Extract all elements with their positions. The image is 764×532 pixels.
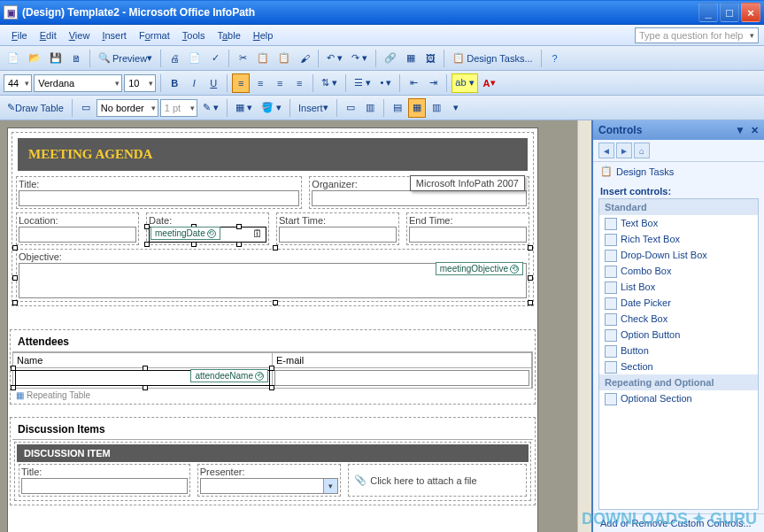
open-button[interactable]: 📂	[25, 49, 44, 68]
ctrl-rich-text-box[interactable]: Rich Text Box	[599, 231, 758, 247]
ctrl-list-box[interactable]: List Box	[599, 279, 758, 295]
nav-forward-button[interactable]: ►	[616, 143, 632, 158]
repeating-table-hint[interactable]: ▦ Repeating Table	[12, 389, 533, 402]
calendar-icon[interactable]: 🗓	[252, 227, 263, 240]
add-remove-controls-link[interactable]: Add or Remove Custom Controls...	[593, 513, 764, 532]
line-spacing-button[interactable]: ⇅ ▾	[318, 73, 341, 93]
spellcheck-button[interactable]: ✓	[206, 49, 224, 68]
ctrl-optional-section[interactable]: Optional Section	[599, 390, 758, 406]
presenter-select[interactable]: ▾	[200, 478, 338, 494]
align-middle-button[interactable]: ▦	[408, 98, 426, 118]
toolbar-options-button[interactable]: ▾	[447, 98, 465, 118]
menu-table[interactable]: Table	[211, 27, 246, 43]
attendee-binding-tag: attendeeName⟲	[190, 369, 268, 382]
format-painter-button[interactable]: 🖌	[296, 49, 313, 68]
italic-button[interactable]: I	[185, 73, 203, 93]
print-quick-button[interactable]: 🗎	[67, 49, 85, 68]
align-left-button[interactable]: ≡	[232, 73, 250, 93]
attendee-email-input[interactable]	[274, 370, 529, 386]
ctrl-text-box[interactable]: Text Box	[599, 215, 758, 231]
print-button[interactable]: 🖨	[166, 49, 183, 68]
merge-cells-button[interactable]: ▭	[342, 98, 359, 118]
highlight-button[interactable]: ab ▾	[451, 73, 477, 93]
menu-view[interactable]: View	[63, 27, 96, 43]
insert-picture-button[interactable]: 🖼	[421, 49, 439, 68]
align-right-button[interactable]: ≡	[271, 73, 289, 93]
insert-table-button[interactable]: ▦	[402, 49, 420, 68]
decrease-indent-button[interactable]: ⇤	[405, 73, 422, 93]
ctrl-date-picker[interactable]: Date Picker	[599, 295, 758, 311]
table-insert-button[interactable]: Insert ▾	[295, 98, 332, 118]
draw-table-button[interactable]: ✎ Draw Table	[4, 98, 67, 118]
border-width-select[interactable]: 1 pt	[160, 99, 197, 117]
preview-button[interactable]: 🔍Preview ▾	[95, 49, 156, 68]
ctrl-combo-box[interactable]: Combo Box	[599, 263, 758, 279]
menu-edit[interactable]: Edit	[34, 27, 63, 43]
save-button[interactable]: 💾	[46, 49, 66, 68]
nav-back-button[interactable]: ◄	[598, 143, 614, 158]
copy-button[interactable]: 📋	[253, 49, 273, 68]
title-input[interactable]	[19, 190, 299, 206]
design-tasks-link[interactable]: 📋 Design Tasks	[593, 162, 764, 181]
style-select[interactable]: 44	[4, 74, 32, 92]
split-cells-button[interactable]: ▥	[361, 98, 379, 118]
bullet-list-button[interactable]: • ▾	[376, 73, 395, 93]
chevron-down-icon[interactable]: ▼	[735, 124, 745, 136]
border-style-select[interactable]: No border	[96, 99, 158, 117]
font-select[interactable]: Verdana	[34, 74, 122, 92]
align-center-button[interactable]: ≡	[251, 73, 269, 93]
hyperlink-button[interactable]: 🔗	[381, 49, 400, 68]
design-canvas[interactable]: MEETING AGENDA Title: Organizer: Microso…	[0, 120, 591, 532]
increase-indent-button[interactable]: ⇥	[424, 73, 442, 93]
print-preview-button[interactable]: 📄	[185, 49, 205, 68]
minimize-button[interactable]: _	[698, 3, 718, 22]
font-color-button[interactable]: A ▾	[480, 73, 499, 93]
binding-icon: ⟲	[510, 265, 519, 274]
align-bottom-button[interactable]: ▥	[428, 98, 445, 118]
align-top-button[interactable]: ▤	[389, 98, 406, 118]
paste-button[interactable]: 📋	[274, 49, 294, 68]
chevron-down-icon: ▾	[323, 479, 337, 493]
ctrl-section[interactable]: Section	[599, 359, 758, 374]
pen-color-button[interactable]: ✎ ▾	[199, 98, 222, 118]
attendees-table-row[interactable]: attendeeName⟲	[12, 368, 533, 389]
underline-button[interactable]: U	[205, 73, 222, 93]
design-tasks-button[interactable]: 📋Design Tasks...	[449, 49, 536, 68]
align-justify-button[interactable]: ≡	[290, 73, 308, 93]
help-button[interactable]: ?	[546, 49, 564, 68]
ctrl-option-button[interactable]: Option Button	[599, 327, 758, 343]
menu-help[interactable]: Help	[247, 27, 280, 43]
menu-format[interactable]: Format	[133, 27, 176, 43]
date-label: Date:	[149, 215, 266, 226]
ctrl-check-box[interactable]: Check Box	[599, 311, 758, 327]
start-time-input[interactable]	[279, 227, 397, 243]
ctrl-drop-down-list-box[interactable]: Drop-Down List Box	[599, 247, 758, 263]
font-size-select[interactable]: 10	[124, 74, 156, 92]
numbered-list-button[interactable]: ☰ ▾	[351, 73, 374, 93]
help-search-input[interactable]: Type a question for help ▾	[635, 27, 759, 43]
cut-button[interactable]: ✂	[234, 49, 251, 68]
bold-button[interactable]: B	[166, 73, 183, 93]
undo-button[interactable]: ↶ ▾	[323, 49, 346, 68]
new-button[interactable]: 📄	[4, 49, 23, 68]
eraser-button[interactable]: ▭	[77, 98, 95, 118]
discussion-title-input[interactable]	[21, 478, 188, 494]
redo-button[interactable]: ↷ ▾	[348, 49, 371, 68]
vertical-scrollbar[interactable]	[577, 120, 591, 532]
standard-toolbar: 📄 📂 💾 🗎 🔍Preview ▾ 🖨 📄 ✓ ✂ 📋 📋 🖌 ↶ ▾ ↷ ▾…	[0, 46, 764, 71]
nav-home-button[interactable]: ⌂	[634, 143, 650, 158]
end-time-input[interactable]	[409, 227, 527, 243]
menu-tools[interactable]: Tools	[176, 27, 212, 43]
menu-insert[interactable]: Insert	[96, 27, 133, 43]
attach-hint[interactable]: Click here to attach a file	[370, 475, 476, 486]
menu-file[interactable]: File	[5, 27, 34, 43]
close-button[interactable]: ×	[741, 3, 760, 22]
controls-list[interactable]: Standard Text Box Rich Text Box Drop-Dow…	[598, 198, 759, 510]
maximize-button[interactable]: □	[720, 3, 739, 22]
location-input[interactable]	[19, 227, 136, 243]
organizer-input[interactable]	[312, 190, 527, 206]
ctrl-button[interactable]: Button	[599, 343, 758, 359]
shade-color-button[interactable]: 🪣 ▾	[258, 98, 285, 118]
taskpane-close-button[interactable]: ✕	[751, 125, 759, 135]
borders-button[interactable]: ▦ ▾	[232, 98, 256, 118]
